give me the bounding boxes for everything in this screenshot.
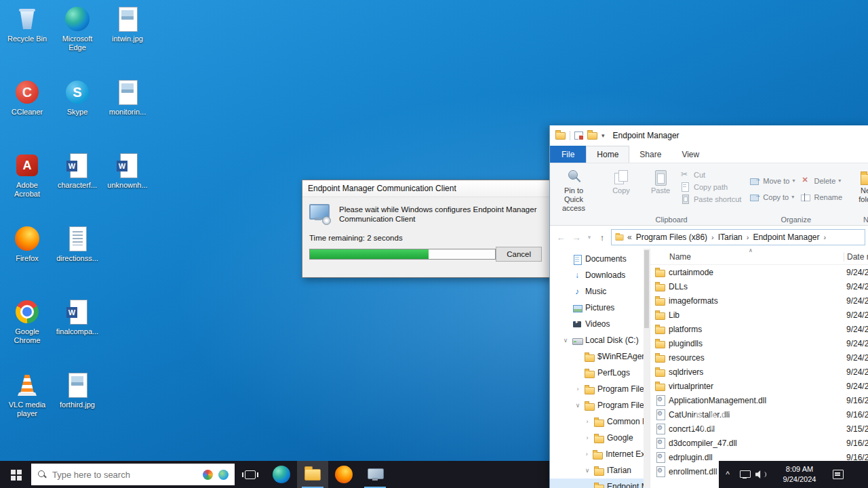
- sidebar-item[interactable]: Documents: [550, 251, 650, 267]
- table-row[interactable]: plugindlls 9/24/2: [650, 336, 868, 350]
- table-row[interactable]: ApplicationManagement.dll 9/16/2: [650, 393, 868, 407]
- interests-icon[interactable]: [203, 470, 213, 480]
- cancel-button[interactable]: Cancel: [496, 247, 542, 262]
- up-button[interactable]: ↑: [595, 230, 609, 245]
- taskbar-edge-button[interactable]: [266, 461, 297, 488]
- table-row[interactable]: imageformats 9/24/2: [650, 293, 868, 308]
- nav-item-label: Videos: [585, 319, 610, 329]
- table-row[interactable]: Lib 9/24/2: [650, 308, 868, 322]
- desktop-icon[interactable]: Google Chrome: [3, 298, 52, 344]
- back-button[interactable]: ←: [554, 230, 568, 245]
- sidebar-item[interactable]: ITarian: [550, 462, 650, 479]
- expand-caret-icon[interactable]: [584, 418, 591, 425]
- qat-customize-caret-icon[interactable]: ▾: [601, 132, 605, 139]
- desktop-icon[interactable]: characterf...: [53, 152, 102, 190]
- delete-button[interactable]: Delete ▾: [800, 176, 842, 186]
- desktop-icon[interactable]: Firefox: [3, 225, 52, 263]
- desktop-icon[interactable]: Adobe Acrobat: [3, 152, 52, 198]
- sidebar-item[interactable]: Program Files: [550, 381, 650, 397]
- table-row[interactable]: resources 9/24/2: [650, 350, 868, 365]
- taskbar-installer-button[interactable]: [359, 461, 391, 488]
- new-folder-button[interactable]: New folder: [850, 166, 868, 204]
- desktop-icon[interactable]: finalcompa...: [53, 298, 102, 336]
- desktop-icon[interactable]: monitorin...: [103, 79, 152, 117]
- table-row[interactable]: DLLs 9/24/2: [650, 279, 868, 293]
- move-to-button[interactable]: Move to ▾: [749, 176, 795, 186]
- desktop-icon[interactable]: intwin.jpg: [103, 5, 152, 43]
- column-header-date-modified[interactable]: Date m: [844, 252, 868, 262]
- desktop-icon[interactable]: Skype: [53, 79, 102, 117]
- show-hidden-icons-chevron[interactable]: ^: [719, 470, 736, 479]
- sidebar-item[interactable]: Common Fi: [550, 413, 650, 430]
- qat-properties-icon[interactable]: [574, 131, 583, 140]
- desktop-icon[interactable]: directionss...: [53, 225, 102, 263]
- expand-caret-icon[interactable]: [562, 337, 569, 344]
- cut-button[interactable]: Cut: [680, 169, 741, 180]
- sidebar-item[interactable]: Endpoint Manager: [550, 479, 650, 488]
- breadcrumb-itarian[interactable]: ITarian: [717, 232, 744, 242]
- expand-caret-icon[interactable]: [584, 434, 591, 441]
- breadcrumb-endpoint-manager[interactable]: Endpoint Manager: [751, 232, 821, 242]
- desktop-icon[interactable]: forthird.jpg: [53, 371, 102, 409]
- copy-to-button[interactable]: Copy to ▾: [749, 192, 795, 202]
- table-row[interactable]: concrt140.dll 3/15/2: [650, 422, 868, 436]
- table-row[interactable]: CatUninstaller.dll 9/16/2: [650, 407, 868, 422]
- desktop-icon[interactable]: Microsoft Edge: [53, 5, 102, 52]
- taskbar-clock[interactable]: 8:09 AM 9/24/2024: [773, 464, 826, 485]
- pin-to-quick-access-button[interactable]: Pin to Quick access: [554, 166, 593, 214]
- desktop-icon[interactable]: CCleaner: [3, 79, 52, 117]
- weather-icon[interactable]: [218, 470, 229, 480]
- rename-button[interactable]: Rename: [800, 192, 842, 202]
- taskbar-firefox-button[interactable]: [328, 461, 359, 488]
- copy-path-button[interactable]: Copy path: [680, 182, 741, 192]
- paste-shortcut-button[interactable]: Paste shortcut: [680, 194, 741, 204]
- nav-scrollbar-thumb[interactable]: [644, 250, 649, 328]
- nav-item-label: Music: [585, 287, 606, 296]
- desktop-icon[interactable]: Recycle Bin: [3, 5, 52, 43]
- sidebar-item[interactable]: Downloads: [550, 267, 650, 283]
- sidebar-item[interactable]: Videos: [550, 316, 650, 332]
- desktop-icon[interactable]: VLC media player: [3, 371, 52, 418]
- table-row[interactable]: curtainmode 9/24/2: [650, 265, 868, 279]
- sidebar-item[interactable]: Google: [550, 430, 650, 446]
- volume-tray-button[interactable]: [753, 470, 769, 479]
- table-row[interactable]: virtualprinter 9/24/2: [650, 379, 868, 393]
- paste-button[interactable]: Paste: [641, 166, 680, 195]
- network-tray-button[interactable]: [736, 470, 753, 479]
- sidebar-item[interactable]: Pictures: [550, 300, 650, 316]
- forward-button[interactable]: →: [570, 230, 583, 245]
- column-header-name[interactable]: Name: [650, 252, 844, 262]
- tab-home[interactable]: Home: [586, 146, 629, 163]
- sidebar-item[interactable]: Music: [550, 283, 650, 300]
- table-row[interactable]: platforms 9/24/2: [650, 322, 868, 336]
- action-center-icon[interactable]: [833, 470, 844, 479]
- table-row[interactable]: d3dcompiler_47.dll 9/16/2: [650, 436, 868, 450]
- task-view-button[interactable]: [235, 461, 266, 488]
- copy-button[interactable]: Copy: [601, 166, 641, 195]
- breadcrumb-overflow-chevron[interactable]: «: [626, 232, 633, 242]
- expand-caret-icon[interactable]: [574, 402, 581, 409]
- breadcrumb-program-files-x86[interactable]: Program Files (x86): [635, 232, 709, 242]
- sidebar-item[interactable]: Program Files: [550, 397, 650, 413]
- sidebar-item[interactable]: PerfLogs: [550, 365, 650, 381]
- taskbar-explorer-button[interactable]: [297, 461, 328, 488]
- recent-locations-caret[interactable]: ▾: [585, 230, 593, 245]
- expand-caret-icon[interactable]: [584, 451, 589, 458]
- tab-file[interactable]: File: [550, 146, 586, 163]
- expand-caret-icon[interactable]: [574, 386, 581, 392]
- table-row[interactable]: sqldrivers 9/24/2: [650, 365, 868, 379]
- search-input[interactable]: [52, 470, 197, 480]
- expand-caret-icon[interactable]: [584, 467, 591, 474]
- nav-scrollbar[interactable]: [644, 249, 650, 488]
- sidebar-item[interactable]: $WinREAgent: [550, 348, 650, 365]
- taskbar-search[interactable]: [31, 464, 235, 485]
- tab-view[interactable]: View: [671, 146, 709, 163]
- sidebar-item[interactable]: Local Disk (C:): [550, 332, 650, 348]
- start-button[interactable]: [0, 461, 31, 488]
- copy-to-icon: [749, 192, 760, 202]
- sidebar-item[interactable]: Internet Exp: [550, 446, 650, 462]
- desktop-icon[interactable]: unknownh...: [103, 152, 152, 190]
- tab-share[interactable]: Share: [629, 146, 671, 163]
- address-bar[interactable]: « Program Files (x86) › ITarian › Endpoi…: [611, 229, 865, 245]
- qat-new-folder-icon[interactable]: [587, 132, 597, 140]
